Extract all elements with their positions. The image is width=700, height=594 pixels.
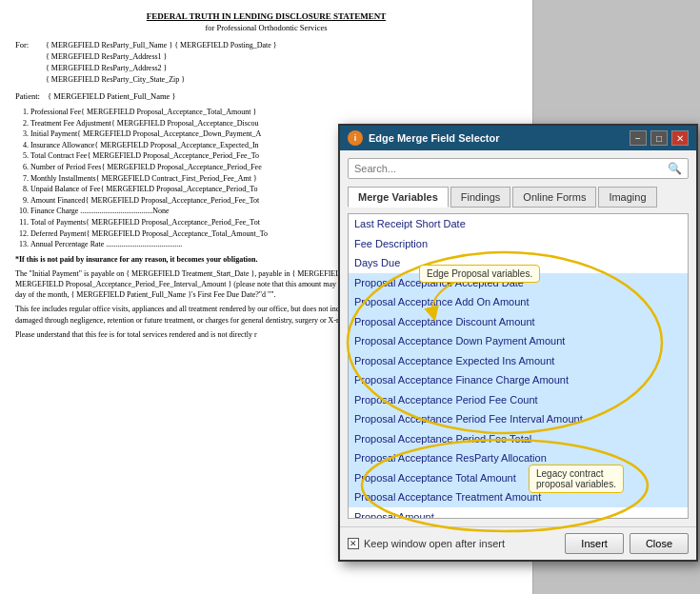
list-item[interactable]: Proposal Acceptance Period Fee Count [349, 390, 688, 410]
list-item[interactable]: Proposal Acceptance Treatment Amount [349, 487, 688, 507]
dialog-app-icon: i [348, 130, 363, 146]
tab-imaging[interactable]: Imaging [598, 187, 656, 208]
keep-open-checkbox[interactable]: ✕ [348, 538, 359, 549]
search-input[interactable] [354, 163, 668, 174]
insert-button[interactable]: Insert [565, 533, 624, 554]
list-item[interactable]: Proposal Acceptance Period Fee Interval … [349, 409, 688, 429]
keep-open-text: Keep window open after insert [364, 538, 505, 549]
patient-label: Patient: [15, 91, 40, 101]
dialog-body: 🔍 Merge Variables Findings Online Forms … [340, 150, 696, 526]
dialog-title-text: Edge Merge Field Selector [369, 132, 500, 144]
list-item[interactable]: Proposal Acceptance Period Fee Total [349, 429, 688, 449]
for-fields: { MERGEFIELD ResParty_Full_Name } { MERG… [46, 40, 277, 86]
merge-field-list[interactable]: Last Receipt Short Date Fee Description … [348, 213, 689, 519]
for-label: For: [15, 40, 42, 86]
list-item[interactable]: Fee Description [349, 234, 688, 254]
minimize-button[interactable]: − [630, 130, 647, 146]
list-item: Professional Fee{ MERGEFIELD Proposal_Ac… [30, 107, 517, 118]
list-item[interactable]: Last Receipt Short Date [349, 214, 688, 234]
for-field-1: { MERGEFIELD ResParty_Full_Name } { MERG… [46, 40, 277, 51]
tabs-row: Merge Variables Findings Online Forms Im… [348, 187, 689, 208]
for-field-4: { MERGEFIELD ResParty_City_State_Zip } [46, 74, 277, 86]
list-item[interactable]: Proposal Acceptance Down Payment Amount [349, 331, 688, 351]
search-icon: 🔍 [668, 162, 682, 175]
for-section: For: { MERGEFIELD ResParty_Full_Name } {… [15, 40, 517, 86]
for-field-3: { MERGEFIELD ResParty_Address2 } [46, 63, 277, 74]
list-item[interactable]: Proposal Acceptance Finance Charge Amoun… [349, 370, 688, 390]
doc-subtitle: for Professional Orthodontic Services [15, 23, 517, 32]
dialog-controls: − □ ✕ [630, 130, 689, 146]
list-item[interactable]: Proposal Amount [349, 507, 688, 520]
patient-section: Patient: { MERGEFIELD Patient_Full_Name … [15, 91, 517, 101]
list-item[interactable]: Proposal Acceptance Discount Amount [349, 312, 688, 332]
for-field-2: { MERGEFIELD ResParty_Address1 } [46, 51, 277, 63]
keep-open-label: ✕ Keep window open after insert [348, 538, 505, 549]
dialog-title-left: i Edge Merge Field Selector [348, 130, 500, 146]
list-item[interactable]: Proposal Acceptance Total Amount [349, 468, 688, 488]
search-bar[interactable]: 🔍 [348, 158, 689, 179]
dialog-bottom: ✕ Keep window open after insert Insert C… [340, 526, 696, 560]
edge-merge-field-dialog: i Edge Merge Field Selector − □ ✕ 🔍 Merg… [338, 124, 698, 562]
restore-button[interactable]: □ [650, 130, 668, 146]
close-dialog-button[interactable]: Close [630, 533, 689, 554]
tab-online-forms[interactable]: Online Forms [512, 187, 596, 208]
tab-merge-variables[interactable]: Merge Variables [348, 187, 449, 208]
tab-findings[interactable]: Findings [450, 187, 511, 208]
patient-field: { MERGEFIELD Patient_Full_Name } [48, 91, 175, 101]
doc-title: FEDERAL TRUTH IN LENDING DISCLOSURE STAT… [15, 11, 517, 21]
list-item[interactable]: Proposal Acceptance Expected Ins Amount [349, 351, 688, 371]
list-item[interactable]: Proposal Acceptance Add On Amount [349, 292, 688, 312]
close-window-button[interactable]: ✕ [671, 130, 689, 146]
list-item[interactable]: Proposal Acceptance ResParty Allocation [349, 448, 688, 468]
dialog-titlebar: i Edge Merge Field Selector − □ ✕ [340, 126, 696, 150]
button-row: Insert Close [565, 533, 689, 554]
list-item[interactable]: Proposal Acceptance Accepted Date [349, 273, 688, 293]
list-item[interactable]: Days Due [349, 253, 688, 273]
